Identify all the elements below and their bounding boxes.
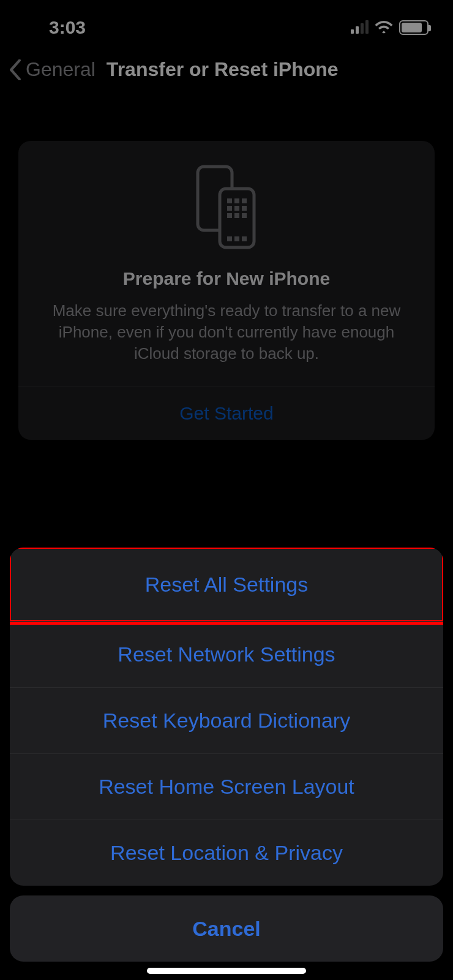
get-started-button[interactable]: Get Started bbox=[34, 387, 419, 440]
devices-icon bbox=[34, 164, 419, 250]
svg-rect-13 bbox=[242, 236, 247, 241]
back-label: General bbox=[26, 58, 95, 81]
svg-rect-11 bbox=[227, 236, 232, 241]
sheet-item-label: Reset Network Settings bbox=[118, 643, 335, 666]
back-button[interactable]: General bbox=[9, 58, 95, 81]
prepare-card: Prepare for New iPhone Make sure everyth… bbox=[18, 141, 435, 440]
reset-location-privacy-button[interactable]: Reset Location & Privacy bbox=[10, 820, 443, 886]
svg-rect-12 bbox=[234, 236, 239, 241]
card-description: Make sure everything's ready to transfer… bbox=[34, 300, 419, 364]
reset-home-screen-layout-button[interactable]: Reset Home Screen Layout bbox=[10, 753, 443, 820]
reset-action-sheet: Reset All Settings Reset Network Setting… bbox=[10, 548, 443, 962]
battery-icon bbox=[399, 20, 429, 35]
svg-rect-10 bbox=[242, 213, 247, 218]
svg-rect-7 bbox=[242, 206, 247, 211]
svg-rect-2 bbox=[227, 198, 232, 203]
cancel-button[interactable]: Cancel bbox=[10, 895, 443, 962]
sheet-item-label: Reset Keyboard Dictionary bbox=[103, 709, 350, 733]
nav-header: General Transfer or Reset iPhone bbox=[0, 58, 453, 81]
reset-all-settings-button[interactable]: Reset All Settings bbox=[10, 548, 443, 621]
card-title: Prepare for New iPhone bbox=[34, 268, 419, 289]
reset-keyboard-dictionary-button[interactable]: Reset Keyboard Dictionary bbox=[10, 687, 443, 753]
sheet-item-label: Reset Home Screen Layout bbox=[99, 775, 354, 799]
nav-title: Transfer or Reset iPhone bbox=[107, 58, 339, 81]
status-bar: 3:03 bbox=[0, 0, 453, 55]
svg-rect-8 bbox=[227, 213, 232, 218]
sheet-options-group: Reset All Settings Reset Network Setting… bbox=[10, 548, 443, 886]
home-indicator[interactable] bbox=[147, 968, 306, 974]
svg-rect-3 bbox=[234, 198, 239, 203]
svg-rect-4 bbox=[242, 198, 247, 203]
cellular-signal-icon bbox=[351, 21, 369, 34]
status-icons bbox=[351, 19, 429, 36]
status-time: 3:03 bbox=[49, 17, 86, 38]
svg-rect-6 bbox=[234, 206, 239, 211]
cancel-label: Cancel bbox=[192, 917, 261, 941]
svg-rect-9 bbox=[234, 213, 239, 218]
sheet-item-label: Reset All Settings bbox=[145, 573, 308, 597]
wifi-icon bbox=[375, 19, 393, 36]
reset-network-settings-button[interactable]: Reset Network Settings bbox=[10, 621, 443, 687]
chevron-left-icon bbox=[9, 59, 22, 80]
sheet-item-label: Reset Location & Privacy bbox=[110, 841, 343, 865]
svg-rect-5 bbox=[227, 206, 232, 211]
